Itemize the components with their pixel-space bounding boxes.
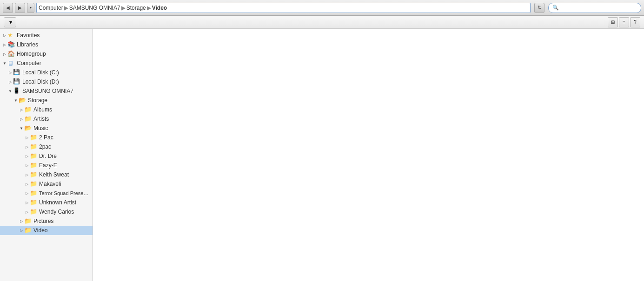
nav-dropdown[interactable]: ▾ — [27, 3, 34, 13]
folder-icon: 📁 — [30, 171, 37, 178]
sidebar-item-makaveli[interactable]: ▷ 📁 Makaveli — [0, 179, 93, 189]
folder-icon: 📁 — [24, 217, 32, 225]
sidebar-item-terror-squad[interactable]: ▷ 📁 Terror Squad Presents DJ Khaled — [0, 189, 93, 198]
expand-arrow: ▷ — [24, 200, 30, 205]
sidebar-item-eazy-e[interactable]: ▷ 📁 Eazy-E — [0, 161, 93, 170]
search-icon: 🔍 — [552, 5, 559, 11]
organize-arrow: ▾ — [9, 19, 12, 26]
folder-icon: 📁 — [30, 190, 37, 197]
sidebar-item-local-c[interactable]: ▷ 💾 Local Disk (C:) — [0, 68, 93, 77]
main-layout: ▷ ★ Favorites ▷ 📚 Libraries ▷ 🏠 Homegrou… — [0, 29, 644, 281]
view-list-button[interactable]: ≡ — [619, 17, 629, 27]
star-icon: ★ — [7, 32, 15, 39]
search-box[interactable]: 🔍 — [548, 3, 641, 13]
folder-icon: 📁 — [30, 180, 37, 188]
expand-arrow: ▷ — [24, 144, 30, 150]
folder-icon: 📁 — [30, 143, 37, 150]
folder-open-icon: 📂 — [24, 124, 32, 132]
expand-arrow: ▷ — [2, 33, 7, 38]
hdd-icon: 💾 — [13, 78, 20, 85]
help-button[interactable]: ? — [630, 17, 640, 27]
breadcrumb-computer[interactable]: Computer — [39, 5, 63, 11]
sidebar-item-artists[interactable]: ▷ 📁 Artists — [0, 114, 93, 124]
view-buttons: ⊞ ≡ ? — [608, 17, 640, 27]
breadcrumb-video[interactable]: Video — [152, 5, 167, 11]
folder-icon: 📁 — [30, 199, 37, 206]
sidebar-item-unknown-artist[interactable]: ▷ 📁 Unknown Artist — [0, 198, 93, 207]
sidebar-item-dr-dre[interactable]: ▷ 📁 Dr. Dre — [0, 151, 93, 161]
breadcrumb-storage[interactable]: Storage — [126, 5, 146, 11]
sidebar-item-keith-sweat[interactable]: ▷ 📁 Keith Sweat — [0, 170, 93, 179]
sidebar-item-music[interactable]: ▼ 📂 Music — [0, 124, 93, 133]
sidebar-item-favorites[interactable]: ▷ ★ Favorites — [0, 31, 93, 40]
sidebar-item-homegroup[interactable]: ▷ 🏠 Homegroup — [0, 49, 93, 59]
sidebar-item-2pac[interactable]: ▷ 📁 2pac — [0, 142, 93, 151]
back-button[interactable]: ◀ — [3, 3, 13, 13]
computer-icon: 🖥 — [7, 59, 15, 67]
toolbar: ▾ ⊞ ≡ ? — [0, 16, 644, 29]
hdd-icon: 💾 — [13, 69, 20, 76]
expand-arrow: ▷ — [24, 181, 30, 187]
forward-button[interactable]: ▶ — [15, 3, 25, 13]
expand-arrow: ▷ — [19, 228, 24, 233]
sidebar-item-storage[interactable]: ▼ 📂 Storage — [0, 96, 93, 105]
expand-arrow: ▷ — [24, 190, 30, 196]
sidebar-item-wendy-carlos[interactable]: ▷ 📁 Wendy Carlos — [0, 207, 93, 216]
expand-arrow: ▼ — [13, 98, 19, 103]
expand-arrow: ▷ — [7, 79, 13, 85]
expand-arrow: ▷ — [2, 42, 7, 47]
organize-button[interactable]: ▾ — [4, 17, 16, 27]
folder-icon: 📁 — [24, 106, 32, 113]
folder-icon: 📁 — [24, 115, 32, 123]
content-area — [93, 29, 644, 281]
folder-icon: 📁 — [30, 134, 37, 141]
folder-icon: 📁 — [30, 208, 37, 216]
expand-arrow: ▷ — [19, 116, 24, 122]
expand-arrow: ▼ — [7, 88, 13, 94]
expand-arrow: ▷ — [7, 70, 13, 75]
sidebar-item-2pac2[interactable]: ▷ 📁 2 Pac — [0, 133, 93, 142]
expand-arrow: ▷ — [24, 135, 30, 140]
expand-arrow: ▼ — [19, 125, 24, 131]
sidebar-item-local-d[interactable]: ▷ 💾 Local Disk (D:) — [0, 77, 93, 86]
sidebar-item-pictures[interactable]: ▷ 📁 Pictures — [0, 216, 93, 226]
homegroup-icon: 🏠 — [7, 50, 15, 58]
folder-open-icon: 📂 — [19, 97, 26, 104]
expand-arrow: ▷ — [19, 218, 24, 224]
expand-arrow: ▷ — [24, 209, 30, 215]
view-grid-button[interactable]: ⊞ — [608, 17, 618, 27]
sidebar-item-video[interactable]: ▷ 📁 Video — [0, 226, 93, 235]
refresh-button[interactable]: ↻ — [534, 3, 544, 13]
folder-icon: 📁 — [24, 227, 32, 234]
sidebar-item-albums[interactable]: ▷ 📁 Albums — [0, 105, 93, 114]
device-icon: 📱 — [13, 87, 20, 95]
breadcrumb-samsung[interactable]: SAMSUNG OMNIA7 — [69, 5, 120, 11]
sidebar: ▷ ★ Favorites ▷ 📚 Libraries ▷ 🏠 Homegrou… — [0, 29, 93, 281]
expand-arrow: ▼ — [2, 60, 7, 66]
sidebar-item-computer[interactable]: ▼ 🖥 Computer — [0, 59, 93, 68]
expand-arrow: ▷ — [2, 51, 7, 57]
folder-icon: 📁 — [30, 162, 37, 169]
title-bar: ◀ ▶ ▾ Computer ▶ SAMSUNG OMNIA7 ▶ Storag… — [0, 0, 644, 16]
expand-arrow: ▷ — [24, 163, 30, 168]
library-icon: 📚 — [7, 41, 15, 48]
expand-arrow: ▷ — [24, 153, 30, 159]
folder-icon: 📁 — [30, 152, 37, 160]
address-bar[interactable]: Computer ▶ SAMSUNG OMNIA7 ▶ Storage ▶ Vi… — [36, 3, 531, 13]
expand-arrow: ▷ — [24, 172, 30, 177]
expand-arrow: ▷ — [19, 107, 24, 112]
sidebar-item-libraries[interactable]: ▷ 📚 Libraries — [0, 40, 93, 49]
sidebar-item-samsung[interactable]: ▼ 📱 SAMSUNG OMNIA7 — [0, 86, 93, 96]
